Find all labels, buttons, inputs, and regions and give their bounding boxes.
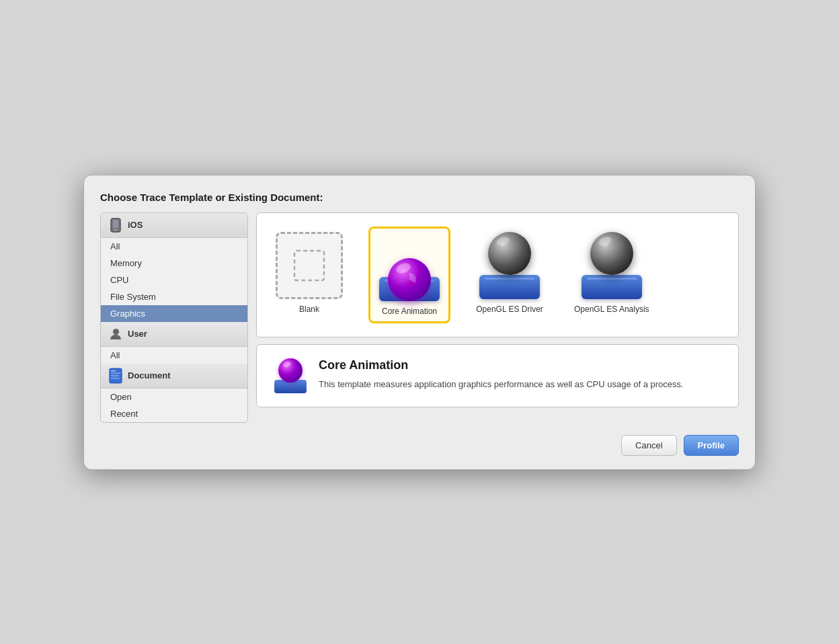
sidebar: iOS All Memory CPU File System Graphics bbox=[100, 212, 248, 423]
template-item-opengl-driver[interactable]: OpenGL ES Driver bbox=[471, 227, 549, 319]
sidebar-item-ios-graphics[interactable]: Graphics bbox=[101, 305, 247, 322]
profile-button[interactable]: Profile bbox=[684, 435, 739, 456]
blank-template-icon bbox=[276, 232, 343, 299]
svg-rect-5 bbox=[111, 372, 121, 374]
sidebar-section-document[interactable]: Document bbox=[101, 364, 247, 389]
user-icon bbox=[109, 327, 122, 341]
template-item-opengl-analysis[interactable]: OpenGL ES Analysis bbox=[569, 227, 655, 319]
main-content: Blank Core Animation bbox=[256, 212, 739, 423]
template-grid: Blank Core Animation bbox=[256, 212, 739, 337]
sidebar-item-ios-memory[interactable]: Memory bbox=[101, 255, 247, 272]
ios-icon bbox=[109, 218, 122, 232]
description-icon bbox=[273, 358, 308, 393]
sidebar-section-ios[interactable]: iOS bbox=[101, 213, 247, 238]
user-section-label: User bbox=[128, 329, 147, 339]
sidebar-item-ios-cpu[interactable]: CPU bbox=[101, 272, 247, 288]
svg-point-2 bbox=[115, 229, 117, 231]
core-animation-icon bbox=[376, 234, 443, 301]
svg-rect-4 bbox=[111, 370, 116, 371]
document-icon bbox=[109, 369, 122, 383]
sidebar-section-user[interactable]: User bbox=[101, 322, 247, 347]
document-section-label: Document bbox=[128, 370, 171, 380]
svg-rect-1 bbox=[113, 220, 118, 228]
ios-section-label: iOS bbox=[128, 220, 143, 230]
template-item-core-animation[interactable]: Core Animation bbox=[368, 227, 450, 323]
opengl-analysis-icon bbox=[578, 232, 645, 299]
cancel-button[interactable]: Cancel bbox=[621, 435, 676, 456]
svg-rect-8 bbox=[294, 251, 324, 280]
sidebar-item-ios-filesystem[interactable]: File System bbox=[101, 288, 247, 305]
dialog-title: Choose Trace Template or Existing Docume… bbox=[100, 192, 739, 203]
sidebar-item-user-all[interactable]: All bbox=[101, 347, 247, 364]
template-label-opengl-driver: OpenGL ES Driver bbox=[476, 305, 543, 314]
description-panel: Core Animation This template measures ap… bbox=[256, 344, 739, 407]
opengl-driver-icon bbox=[476, 232, 543, 299]
svg-rect-6 bbox=[111, 375, 119, 376]
description-text: Core Animation This template measures ap… bbox=[319, 358, 722, 391]
dialog-body: iOS All Memory CPU File System Graphics bbox=[100, 212, 739, 423]
sidebar-item-doc-recent[interactable]: Recent bbox=[101, 405, 247, 422]
sidebar-item-doc-open[interactable]: Open bbox=[101, 389, 247, 405]
description-title: Core Animation bbox=[319, 358, 722, 372]
svg-rect-7 bbox=[111, 377, 120, 378]
description-body: This template measures application graph… bbox=[319, 378, 722, 391]
template-item-blank[interactable]: Blank bbox=[270, 227, 348, 319]
template-label-opengl-analysis: OpenGL ES Analysis bbox=[574, 305, 649, 314]
dialog-footer: Cancel Profile bbox=[100, 435, 739, 456]
template-label-blank: Blank bbox=[299, 305, 319, 314]
sidebar-item-ios-all[interactable]: All bbox=[101, 238, 247, 255]
dialog: Choose Trace Template or Existing Docume… bbox=[83, 175, 756, 470]
template-label-core-animation: Core Animation bbox=[382, 307, 437, 316]
